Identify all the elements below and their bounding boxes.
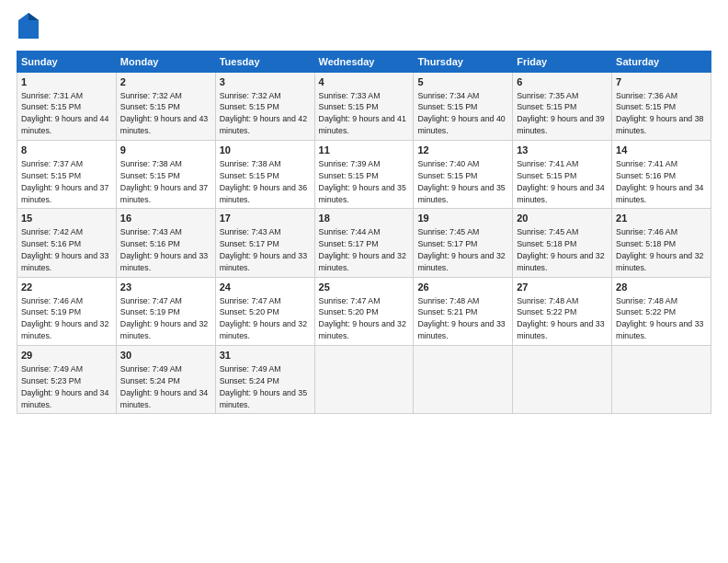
calendar-cell xyxy=(612,346,711,414)
calendar-cell: 3Sunrise: 7:32 AMSunset: 5:15 PMDaylight… xyxy=(215,72,314,140)
day-number: 9 xyxy=(120,144,211,157)
day-info: Sunrise: 7:41 AMSunset: 5:15 PMDaylight:… xyxy=(517,159,604,204)
day-number: 17 xyxy=(220,212,311,225)
day-number: 22 xyxy=(21,281,112,294)
calendar-cell: 19Sunrise: 7:45 AMSunset: 5:17 PMDayligh… xyxy=(414,209,513,277)
day-info: Sunrise: 7:39 AMSunset: 5:15 PMDaylight:… xyxy=(319,159,406,204)
day-number: 7 xyxy=(616,75,707,89)
day-info: Sunrise: 7:43 AMSunset: 5:17 PMDaylight:… xyxy=(220,227,307,272)
logo-icon xyxy=(18,13,39,39)
day-info: Sunrise: 7:45 AMSunset: 5:17 PMDaylight:… xyxy=(417,227,505,272)
calendar-cell: 22Sunrise: 7:46 AMSunset: 5:19 PMDayligh… xyxy=(17,277,117,345)
calendar-cell: 31Sunrise: 7:49 AMSunset: 5:24 PMDayligh… xyxy=(215,346,314,414)
day-number: 30 xyxy=(120,349,211,362)
calendar-header-thursday: Thursday xyxy=(414,51,513,72)
day-info: Sunrise: 7:49 AMSunset: 5:24 PMDaylight:… xyxy=(120,364,208,409)
calendar-week-2: 8Sunrise: 7:37 AMSunset: 5:15 PMDaylight… xyxy=(17,141,711,209)
calendar-cell: 16Sunrise: 7:43 AMSunset: 5:16 PMDayligh… xyxy=(116,209,215,277)
calendar-cell: 18Sunrise: 7:44 AMSunset: 5:17 PMDayligh… xyxy=(314,209,414,277)
calendar-cell: 7Sunrise: 7:36 AMSunset: 5:15 PMDaylight… xyxy=(612,72,711,140)
calendar-header-monday: Monday xyxy=(116,51,215,72)
day-info: Sunrise: 7:46 AMSunset: 5:18 PMDaylight:… xyxy=(616,227,703,272)
day-info: Sunrise: 7:36 AMSunset: 5:15 PMDaylight:… xyxy=(616,91,703,136)
day-info: Sunrise: 7:43 AMSunset: 5:16 PMDaylight:… xyxy=(120,227,208,272)
day-info: Sunrise: 7:40 AMSunset: 5:15 PMDaylight:… xyxy=(417,159,505,204)
logo-text xyxy=(17,15,39,43)
day-number: 13 xyxy=(517,144,608,157)
day-info: Sunrise: 7:37 AMSunset: 5:15 PMDaylight:… xyxy=(21,159,108,204)
calendar-cell: 15Sunrise: 7:42 AMSunset: 5:16 PMDayligh… xyxy=(17,209,117,277)
day-info: Sunrise: 7:48 AMSunset: 5:22 PMDaylight:… xyxy=(616,296,703,341)
day-number: 19 xyxy=(417,212,508,225)
calendar-cell: 26Sunrise: 7:48 AMSunset: 5:21 PMDayligh… xyxy=(414,277,513,345)
day-info: Sunrise: 7:45 AMSunset: 5:18 PMDaylight:… xyxy=(517,227,604,272)
calendar-cell: 9Sunrise: 7:38 AMSunset: 5:15 PMDaylight… xyxy=(116,141,215,209)
day-info: Sunrise: 7:31 AMSunset: 5:15 PMDaylight:… xyxy=(21,91,108,136)
day-number: 6 xyxy=(517,75,608,89)
day-number: 10 xyxy=(220,144,311,157)
day-number: 5 xyxy=(417,75,508,89)
day-number: 1 xyxy=(21,75,112,89)
calendar-week-5: 29Sunrise: 7:49 AMSunset: 5:23 PMDayligh… xyxy=(17,346,711,414)
day-info: Sunrise: 7:47 AMSunset: 5:19 PMDaylight:… xyxy=(120,296,208,341)
day-number: 18 xyxy=(319,212,410,225)
day-info: Sunrise: 7:47 AMSunset: 5:20 PMDaylight:… xyxy=(220,296,307,341)
day-number: 28 xyxy=(616,281,707,294)
day-number: 8 xyxy=(21,144,112,157)
logo xyxy=(17,15,39,43)
calendar-cell: 6Sunrise: 7:35 AMSunset: 5:15 PMDaylight… xyxy=(513,72,612,140)
calendar-table: SundayMondayTuesdayWednesdayThursdayFrid… xyxy=(17,51,711,415)
calendar-cell: 21Sunrise: 7:46 AMSunset: 5:18 PMDayligh… xyxy=(612,209,711,277)
day-info: Sunrise: 7:32 AMSunset: 5:15 PMDaylight:… xyxy=(220,91,307,136)
calendar-cell: 12Sunrise: 7:40 AMSunset: 5:15 PMDayligh… xyxy=(414,141,513,209)
calendar-header-saturday: Saturday xyxy=(612,51,711,72)
calendar-cell: 28Sunrise: 7:48 AMSunset: 5:22 PMDayligh… xyxy=(612,277,711,345)
calendar-cell: 29Sunrise: 7:49 AMSunset: 5:23 PMDayligh… xyxy=(17,346,117,414)
day-number: 14 xyxy=(616,144,707,157)
calendar-cell: 14Sunrise: 7:41 AMSunset: 5:16 PMDayligh… xyxy=(612,141,711,209)
calendar-week-1: 1Sunrise: 7:31 AMSunset: 5:15 PMDaylight… xyxy=(17,72,711,140)
calendar-header-row: SundayMondayTuesdayWednesdayThursdayFrid… xyxy=(17,51,711,72)
calendar-header-friday: Friday xyxy=(513,51,612,72)
day-info: Sunrise: 7:42 AMSunset: 5:16 PMDaylight:… xyxy=(21,227,108,272)
calendar-cell xyxy=(414,346,513,414)
calendar-week-3: 15Sunrise: 7:42 AMSunset: 5:16 PMDayligh… xyxy=(17,209,711,277)
day-info: Sunrise: 7:48 AMSunset: 5:22 PMDaylight:… xyxy=(517,296,604,341)
day-number: 29 xyxy=(21,349,112,362)
day-number: 11 xyxy=(319,144,410,157)
header xyxy=(17,15,711,43)
page: SundayMondayTuesdayWednesdayThursdayFrid… xyxy=(0,0,728,563)
day-number: 3 xyxy=(220,75,311,89)
day-info: Sunrise: 7:49 AMSunset: 5:24 PMDaylight:… xyxy=(220,364,307,409)
day-number: 26 xyxy=(417,281,508,294)
calendar-cell: 4Sunrise: 7:33 AMSunset: 5:15 PMDaylight… xyxy=(314,72,414,140)
calendar-cell: 24Sunrise: 7:47 AMSunset: 5:20 PMDayligh… xyxy=(215,277,314,345)
day-info: Sunrise: 7:33 AMSunset: 5:15 PMDaylight:… xyxy=(319,91,406,136)
calendar-cell: 2Sunrise: 7:32 AMSunset: 5:15 PMDaylight… xyxy=(116,72,215,140)
day-info: Sunrise: 7:35 AMSunset: 5:15 PMDaylight:… xyxy=(517,91,604,136)
calendar-cell: 30Sunrise: 7:49 AMSunset: 5:24 PMDayligh… xyxy=(116,346,215,414)
day-number: 15 xyxy=(21,212,112,225)
calendar-header-sunday: Sunday xyxy=(17,51,117,72)
calendar-cell: 11Sunrise: 7:39 AMSunset: 5:15 PMDayligh… xyxy=(314,141,414,209)
day-number: 4 xyxy=(319,75,410,89)
calendar-cell: 17Sunrise: 7:43 AMSunset: 5:17 PMDayligh… xyxy=(215,209,314,277)
day-info: Sunrise: 7:48 AMSunset: 5:21 PMDaylight:… xyxy=(417,296,505,341)
day-number: 20 xyxy=(517,212,608,225)
day-number: 23 xyxy=(120,281,211,294)
calendar-cell: 13Sunrise: 7:41 AMSunset: 5:15 PMDayligh… xyxy=(513,141,612,209)
calendar-header-wednesday: Wednesday xyxy=(314,51,414,72)
calendar-cell: 20Sunrise: 7:45 AMSunset: 5:18 PMDayligh… xyxy=(513,209,612,277)
day-info: Sunrise: 7:46 AMSunset: 5:19 PMDaylight:… xyxy=(21,296,108,341)
day-number: 2 xyxy=(120,75,211,89)
day-info: Sunrise: 7:44 AMSunset: 5:17 PMDaylight:… xyxy=(319,227,406,272)
calendar-cell: 8Sunrise: 7:37 AMSunset: 5:15 PMDaylight… xyxy=(17,141,117,209)
day-info: Sunrise: 7:32 AMSunset: 5:15 PMDaylight:… xyxy=(120,91,208,136)
day-info: Sunrise: 7:47 AMSunset: 5:20 PMDaylight:… xyxy=(319,296,406,341)
day-number: 25 xyxy=(319,281,410,294)
day-number: 24 xyxy=(220,281,311,294)
day-number: 12 xyxy=(417,144,508,157)
day-number: 31 xyxy=(220,349,311,362)
calendar-cell xyxy=(314,346,414,414)
day-info: Sunrise: 7:38 AMSunset: 5:15 PMDaylight:… xyxy=(220,159,307,204)
